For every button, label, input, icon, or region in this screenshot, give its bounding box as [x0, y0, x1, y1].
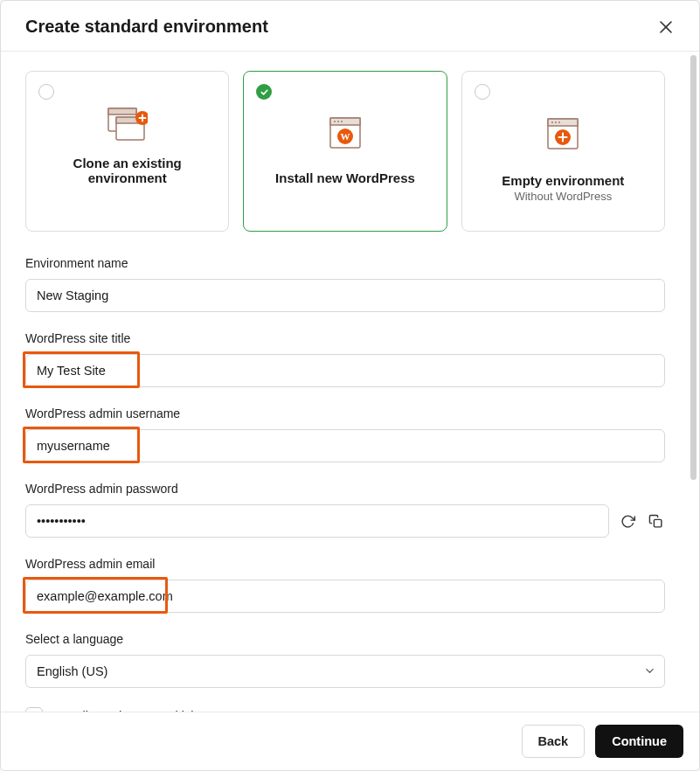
label-admin-email: WordPress admin email: [25, 557, 665, 571]
select-language[interactable]: English (US): [25, 655, 665, 688]
input-admin-email[interactable]: [25, 580, 665, 613]
create-environment-modal: Create standard environment: [0, 0, 700, 771]
modal-body-wrapper: Clone an existing environment: [1, 52, 699, 712]
option-label: Empty environment: [475, 173, 652, 188]
field-language: Select a language English (US): [25, 632, 665, 688]
checkbox-multisite[interactable]: [25, 707, 43, 712]
svg-rect-1: [108, 108, 136, 115]
field-site-title: WordPress site title: [25, 331, 665, 387]
empty-env-icon: [475, 94, 652, 173]
select-language-value: English (US): [37, 664, 107, 678]
close-button[interactable]: [657, 18, 675, 36]
svg-point-7: [334, 121, 336, 122]
svg-rect-18: [654, 519, 662, 527]
svg-point-14: [551, 122, 553, 123]
modal-body[interactable]: Clone an existing environment: [1, 52, 690, 712]
option-clone-environment[interactable]: Clone an existing environment: [25, 71, 229, 232]
field-admin-email: WordPress admin email: [25, 557, 665, 613]
input-environment-name[interactable]: [25, 279, 665, 312]
continue-button[interactable]: Continue: [595, 725, 683, 758]
svg-point-16: [558, 122, 560, 123]
svg-point-8: [337, 121, 339, 122]
regenerate-password-button[interactable]: [618, 511, 637, 531]
option-label: Clone an existing environment: [38, 156, 216, 185]
modal-title: Create standard environment: [25, 17, 268, 37]
option-empty-environment[interactable]: Empty environment Without WordPress: [461, 71, 665, 232]
close-icon: [660, 21, 672, 33]
field-admin-username: WordPress admin username: [25, 406, 665, 462]
input-admin-username[interactable]: [25, 429, 665, 462]
label-language: Select a language: [25, 632, 665, 646]
scrollbar-thumb[interactable]: [690, 55, 697, 480]
label-admin-username: WordPress admin username: [25, 406, 665, 420]
environment-options: Clone an existing environment: [25, 71, 665, 232]
option-label: Install new WordPress: [256, 170, 433, 185]
svg-point-15: [555, 122, 557, 123]
modal-header: Create standard environment: [1, 1, 699, 52]
scrollbar[interactable]: [690, 55, 697, 708]
label-multisite: Install WordPress multisite: [55, 709, 204, 712]
field-multisite: Install WordPress multisite: [25, 707, 665, 712]
modal-footer: Back Continue: [1, 712, 699, 770]
field-environment-name: Environment name: [25, 256, 665, 312]
label-environment-name: Environment name: [25, 256, 665, 270]
back-button[interactable]: Back: [522, 725, 586, 758]
svg-point-9: [341, 121, 343, 122]
input-admin-password[interactable]: [25, 504, 609, 538]
input-site-title[interactable]: [25, 354, 665, 387]
copy-password-button[interactable]: [646, 511, 665, 531]
refresh-icon: [620, 514, 635, 529]
clone-icon: [38, 94, 216, 156]
label-site-title: WordPress site title: [25, 331, 665, 345]
svg-text:W: W: [340, 131, 350, 142]
field-admin-password: WordPress admin password: [25, 482, 665, 538]
wordpress-icon: W: [256, 94, 433, 170]
option-install-wordpress[interactable]: W Install new WordPress: [243, 71, 447, 232]
option-sublabel: Without WordPress: [475, 190, 652, 203]
label-admin-password: WordPress admin password: [25, 482, 665, 496]
copy-icon: [648, 514, 663, 529]
